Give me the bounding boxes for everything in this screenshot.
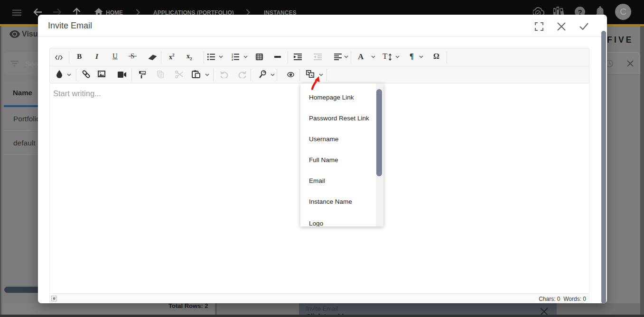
svg-text:3: 3 bbox=[232, 58, 233, 61]
